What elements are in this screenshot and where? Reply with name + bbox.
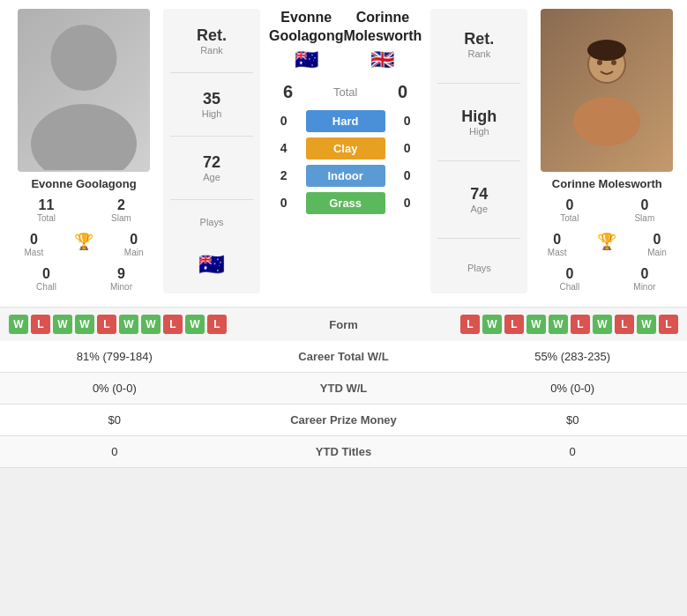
table-cell-label-1: YTD W/L: [229, 373, 459, 404]
left-stat-minor: 9 Minor: [84, 264, 159, 293]
left-flag-item: 🇦🇺: [170, 244, 253, 282]
left-form-pill-l: L: [207, 315, 227, 334]
right-age-item: 74 Age: [437, 180, 520, 219]
svg-point-0: [51, 25, 117, 91]
right-form-pill-l: L: [571, 315, 590, 334]
surface-row-clay: 4 Clay 0: [269, 137, 422, 160]
right-rank-item: Ret. Rank: [437, 25, 520, 64]
indoor-button[interactable]: Indoor: [306, 165, 385, 187]
right-stat-chall: 0 Chall: [532, 264, 607, 293]
left-stat-slam: 2 Slam: [84, 196, 159, 225]
left-form-pill-w: W: [9, 315, 28, 334]
left-form-pill-w: W: [141, 315, 161, 334]
table-cell-label-2: Career Prize Money: [229, 404, 459, 436]
right-player-photo: [541, 9, 673, 172]
left-form-pills: WLWWLWWLWL: [9, 315, 291, 334]
stats-table: 81% (799-184)Career Total W/L55% (283-23…: [0, 341, 687, 468]
right-player-stats-row1: 0 Total 0 Slam: [532, 196, 682, 225]
svg-point-7: [587, 40, 626, 61]
svg-point-5: [597, 60, 602, 65]
surface-row-indoor: 2 Indoor 0: [269, 165, 422, 187]
right-divider1: [437, 83, 520, 84]
table-cell-right-3: 0: [458, 436, 687, 468]
right-indoor-score: 0: [394, 168, 421, 182]
right-divider2: [437, 160, 520, 161]
grass-button[interactable]: Grass: [306, 192, 385, 214]
left-hard-score: 0: [271, 114, 297, 128]
top-section: Evonne Goolagong 11 Total 2 Slam 0 Mast …: [0, 0, 687, 302]
right-clay-score: 0: [394, 141, 421, 155]
left-form-pill-l: L: [97, 315, 116, 334]
table-cell-right-0: 55% (283-235): [458, 341, 687, 373]
left-indoor-score: 2: [271, 168, 297, 182]
hard-button[interactable]: Hard: [306, 110, 385, 132]
table-row: $0Career Prize Money$0: [0, 404, 687, 436]
table-cell-left-1: 0% (0-0): [0, 373, 229, 404]
table-cell-label-3: YTD Titles: [229, 436, 459, 468]
right-form-pill-l: L: [460, 315, 480, 334]
right-player-stats-row3: 0 Chall 0 Minor: [532, 264, 682, 293]
right-hard-score: 0: [394, 114, 421, 128]
right-stat-mast: 0 Mast: [532, 230, 582, 259]
left-form-pill-l: L: [31, 315, 50, 334]
left-total-score: 6: [275, 82, 302, 102]
left-player-stats-row3: 0 Chall 9 Minor: [9, 264, 159, 293]
left-form-pill-l: L: [163, 315, 183, 334]
right-form-pill-w: W: [482, 315, 502, 334]
right-form-pill-l: L: [659, 315, 678, 334]
right-flag-center: 🇬🇧: [343, 48, 422, 71]
left-stat-total: 11 Total: [9, 196, 84, 225]
right-trophy-icon: 🏆: [582, 230, 632, 259]
table-cell-left-2: $0: [0, 404, 229, 436]
right-form-pill-l: L: [504, 315, 524, 334]
right-player-card: Corinne Molesworth 0 Total 0 Slam 0 Mast…: [532, 9, 682, 293]
left-detail-panel: Ret. Rank 35 High 72 Age Plays 🇦🇺: [163, 9, 260, 293]
total-label: Total: [310, 85, 381, 99]
table-row: 0YTD Titles0: [0, 436, 687, 468]
total-row: 6 Total 0: [269, 82, 422, 102]
left-form-pill-w: W: [53, 315, 72, 334]
left-stat-mast: 0 Mast: [9, 230, 59, 259]
right-stat-total: 0 Total: [532, 196, 607, 225]
left-form-pill-w: W: [119, 315, 138, 334]
left-player-name-header: Evonne Goolagong: [269, 9, 343, 46]
left-form-pill-w: W: [185, 315, 205, 334]
svg-point-3: [573, 97, 640, 146]
surface-row-hard: 0 Hard 0: [269, 110, 422, 132]
left-player-stats-row1: 11 Total 2 Slam: [9, 196, 159, 225]
table-cell-right-2: $0: [458, 404, 687, 436]
right-form-pill-w: W: [549, 315, 568, 334]
left-player-name: Evonne Goolagong: [31, 177, 136, 190]
clay-button[interactable]: Clay: [306, 137, 385, 160]
left-player-card: Evonne Goolagong 11 Total 2 Slam 0 Mast …: [9, 9, 159, 293]
right-form-pill-l: L: [615, 315, 634, 334]
left-plays-item: Plays: [170, 212, 253, 233]
right-stat-slam: 0 Slam: [607, 196, 682, 225]
right-form-pill-w: W: [526, 315, 546, 334]
right-total-score: 0: [390, 82, 416, 102]
right-detail-panel: Ret. Rank High High 74 Age Plays: [430, 9, 527, 293]
left-player-stats-row2: 0 Mast 🏆 0 Main: [9, 230, 159, 259]
form-label: Form: [291, 318, 397, 331]
main-container: Evonne Goolagong 11 Total 2 Slam 0 Mast …: [0, 0, 687, 468]
right-plays-item: Plays: [437, 257, 520, 278]
right-form-pill-w: W: [593, 315, 612, 334]
surface-row-grass: 0 Grass 0: [269, 192, 422, 214]
left-high-item: 35 High: [170, 85, 253, 124]
table-row: 81% (799-184)Career Total W/L55% (283-23…: [0, 341, 687, 373]
right-stat-main: 0 Main: [632, 230, 683, 259]
form-section: WLWWLWWLWL Form LWLWWLWLWL: [0, 307, 687, 341]
left-rank-item: Ret. Rank: [170, 21, 253, 61]
left-clay-score: 4: [271, 141, 297, 155]
left-divider2: [170, 136, 253, 137]
left-grass-score: 0: [271, 196, 297, 210]
left-divider3: [170, 199, 253, 200]
right-grass-score: 0: [394, 196, 421, 210]
left-trophy-icon: 🏆: [59, 230, 109, 259]
left-flag: 🇦🇺: [198, 252, 225, 277]
left-form-pill-w: W: [75, 315, 94, 334]
right-player-name: Corinne Molesworth: [552, 177, 662, 190]
table-cell-left-3: 0: [0, 436, 229, 468]
left-age-item: 72 Age: [170, 148, 253, 188]
right-high-item: High High: [437, 102, 520, 142]
